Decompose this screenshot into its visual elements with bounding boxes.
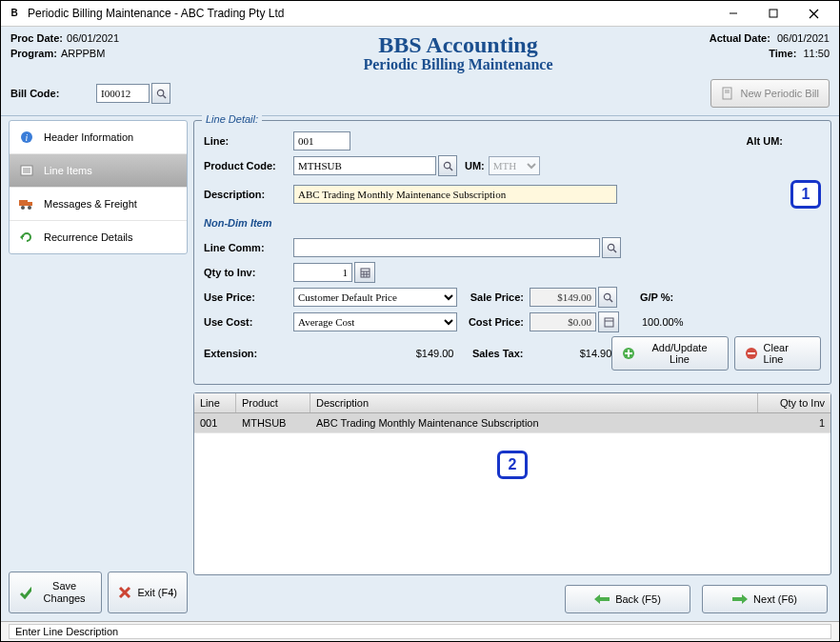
svg-rect-1: [770, 10, 777, 17]
svg-marker-41: [732, 594, 748, 604]
titlebar: B Periodic Billing Maintenance - ABC Tra…: [1, 1, 839, 27]
save-changes-button[interactable]: Save Changes: [9, 572, 102, 613]
product-code-lookup-button[interactable]: [438, 155, 457, 176]
program-value: ARPPBM: [61, 48, 105, 59]
use-price-select[interactable]: Customer Default Price: [293, 288, 457, 307]
description-label: Description:: [204, 189, 293, 200]
svg-point-4: [157, 90, 163, 95]
search-icon: [603, 292, 613, 303]
back-button[interactable]: Back (F5): [565, 585, 690, 613]
description-input[interactable]: [293, 185, 617, 204]
non-dim-label: Non-Dim Item: [204, 217, 293, 229]
nav-box: i Header Information Line Items Messages…: [9, 120, 188, 254]
document-icon: [721, 87, 734, 100]
line-comm-lookup-button[interactable]: [602, 237, 621, 258]
proc-date-value: 06/01/2021: [67, 32, 119, 44]
gp-value: 100.00%: [642, 316, 683, 328]
cost-price-calc-button[interactable]: [598, 311, 619, 332]
sale-price-label: Sale Price:: [457, 291, 530, 303]
table-row[interactable]: 001 MTHSUB ABC Trading Monthly Maintenan…: [194, 413, 830, 433]
actual-date-label: Actual Date:: [710, 32, 770, 44]
svg-rect-15: [19, 200, 28, 206]
line-detail-legend: Line Detail:: [202, 113, 262, 125]
cell-product: MTHSUB: [236, 413, 310, 432]
lines-grid[interactable]: Line Product Description Qty to Inv 001 …: [193, 392, 831, 575]
exit-button[interactable]: Exit (F4): [108, 572, 188, 613]
window-controls: [713, 3, 833, 24]
minimize-button[interactable]: [713, 3, 753, 24]
col-product-header[interactable]: Product: [236, 393, 310, 412]
app-icon: B: [7, 6, 22, 21]
close-icon: [118, 586, 131, 599]
nav-recurrence-details[interactable]: Recurrence Details: [10, 221, 187, 253]
svg-text:i: i: [26, 132, 29, 143]
use-cost-label: Use Cost:: [204, 316, 293, 328]
svg-rect-26: [361, 269, 370, 277]
sales-tax-value: $14.90: [529, 348, 611, 359]
program-label: Program:: [10, 48, 57, 59]
svg-marker-40: [594, 594, 610, 604]
next-button[interactable]: Next (F6): [702, 585, 828, 613]
arrow-right-icon: [732, 594, 748, 604]
app-window: B Periodic Billing Maintenance - ABC Tra…: [0, 0, 840, 642]
col-line-header[interactable]: Line: [194, 393, 236, 412]
window-title: Periodic Billing Maintenance - ABC Tradi…: [28, 7, 713, 20]
right-column: Line Detail: Line: Alt UM: Product Code:…: [193, 120, 831, 613]
truck-icon: [19, 196, 34, 211]
qty-label: Qty to Inv:: [204, 267, 293, 278]
svg-rect-16: [28, 202, 32, 206]
minus-circle-icon: [745, 347, 758, 360]
calculator-icon: [360, 268, 370, 278]
svg-rect-33: [605, 318, 613, 327]
svg-marker-19: [20, 234, 23, 240]
next-label: Next (F6): [753, 593, 797, 605]
callout-1: 1: [790, 180, 821, 209]
bill-code-lookup-button[interactable]: [151, 83, 170, 104]
grid-header: Line Product Description Qty to Inv: [194, 393, 830, 413]
line-comm-label: Line Comm:: [204, 242, 293, 253]
svg-point-22: [444, 162, 450, 168]
bill-code-input[interactable]: [96, 84, 150, 103]
product-code-label: Product Code:: [204, 160, 293, 171]
info-icon: i: [19, 130, 34, 145]
actual-date-value: 06/01/2021: [777, 32, 830, 44]
svg-point-18: [28, 206, 31, 210]
add-update-line-label: Add/Update Line: [641, 342, 718, 365]
col-qty-header[interactable]: Qty to Inv: [758, 393, 830, 412]
search-icon: [156, 89, 167, 99]
new-periodic-bill-button[interactable]: New Periodic Bill: [710, 79, 830, 108]
brand-sub: Periodic Billing Maintenance: [296, 56, 620, 73]
list-icon: [19, 163, 34, 178]
exit-label: Exit (F4): [137, 587, 177, 598]
line-label: Line:: [204, 135, 293, 147]
um-label: UM:: [465, 160, 485, 171]
status-text: Enter Line Description: [9, 624, 831, 639]
sale-price-lookup-button[interactable]: [598, 287, 617, 308]
gp-label: G/P %:: [640, 291, 673, 303]
nav-messages-freight[interactable]: Messages & Freight: [10, 188, 187, 221]
qty-calc-button[interactable]: [354, 262, 375, 283]
arrow-left-icon: [594, 594, 610, 604]
nav-label: Header Information: [44, 131, 133, 143]
search-icon: [607, 243, 617, 253]
sale-price-value: $149.00: [530, 288, 596, 307]
col-description-header[interactable]: Description: [310, 393, 758, 412]
product-code-input[interactable]: [293, 156, 436, 175]
maximize-button[interactable]: [753, 3, 793, 24]
clear-line-button[interactable]: Clear Line: [734, 336, 821, 371]
nav-header-information[interactable]: i Header Information: [10, 121, 187, 154]
cell-qty: 1: [758, 413, 830, 432]
close-button[interactable]: [793, 3, 833, 24]
nav-line-items[interactable]: Line Items: [10, 154, 187, 188]
line-input[interactable]: [293, 131, 350, 150]
qty-input[interactable]: [293, 263, 352, 282]
add-update-line-button[interactable]: Add/Update Line: [611, 336, 729, 371]
svg-point-31: [604, 293, 610, 299]
sales-tax-label: Sales Tax:: [457, 348, 529, 359]
nav-label: Messages & Freight: [44, 198, 137, 210]
use-cost-select[interactable]: Average Cost: [293, 312, 457, 331]
check-icon: [19, 585, 31, 600]
line-comm-input[interactable]: [293, 238, 600, 257]
calculator-icon: [604, 317, 614, 328]
callout-2: 2: [497, 451, 528, 479]
